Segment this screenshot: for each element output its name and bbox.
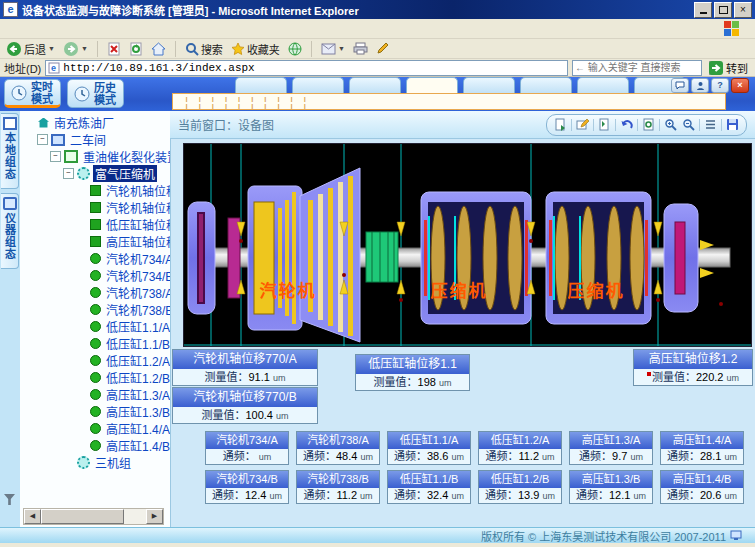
subnav-item[interactable] [259,95,272,109]
tree-item[interactable]: − 汽轮机738/A [20,284,170,301]
vertical-tab-local-config[interactable]: 本地组态 [1,113,19,189]
nav-tab[interactable] [520,77,572,94]
favorites-button[interactable]: 收藏夹 [229,41,282,57]
scroll-right-icon[interactable]: ▶ [146,509,163,524]
scrollbar-thumb[interactable] [41,509,124,524]
tree-item[interactable]: − 汽轮机734/A [20,250,170,267]
filter-funnel-icon[interactable] [4,494,15,505]
channel-name[interactable]: 低压缸1.2/A [479,432,561,449]
subnav-item[interactable] [246,95,259,109]
channel-name[interactable]: 汽轮机734/B [206,471,288,488]
save-icon[interactable] [725,117,740,132]
list-icon[interactable] [703,117,718,132]
keyword-input[interactable] [573,62,709,74]
zoom-in-icon[interactable] [663,117,678,132]
subnav-item[interactable] [193,95,206,109]
channel-name[interactable]: 高压缸1.4/B [661,471,743,488]
probe-name[interactable]: 汽轮机轴位移770/B [173,388,317,407]
export-icon[interactable] [597,117,612,132]
minimize-button[interactable] [694,2,712,18]
home-button[interactable] [149,42,168,56]
channel-name[interactable]: 汽轮机738/B [297,471,379,488]
channel-name[interactable]: 低压缸1.1/B [388,471,470,488]
subnav-item[interactable] [206,95,219,109]
tree-item[interactable]: − 汽轮机738/B [20,301,170,318]
channel-value: 通频：32.4 um [388,488,470,503]
tree-item[interactable]: − 低压缸1.2/A [20,352,170,369]
back-button[interactable]: 后退▼ [4,41,57,57]
subnav-item[interactable] [285,95,298,109]
go-button[interactable]: 转到 [706,60,751,76]
nav-tab[interactable] [577,77,629,94]
channel-name[interactable]: 低压缸1.1/A [388,432,470,449]
tree-expander-icon[interactable]: − [50,151,61,162]
tree-item[interactable]: − 高压缸1.4/A [20,420,170,437]
tree-item[interactable]: − 低压缸轴位移1.1 [20,216,170,233]
nav-tab[interactable] [235,77,287,94]
tree-horizontal-scrollbar[interactable]: ◀ ▶ [23,508,164,525]
tree-item[interactable]: − 汽轮机轴位移770/B [20,199,170,216]
tree-item[interactable]: − 三机组 [20,454,170,471]
zoom-out-icon[interactable] [681,117,696,132]
restore-button[interactable] [714,2,732,18]
mode-button[interactable]: 实时模式 [4,79,61,108]
tree-item[interactable]: − 南充炼油厂 [20,114,170,131]
nav-tab[interactable] [349,77,401,94]
address-input[interactable] [63,62,565,74]
subnav-item[interactable] [180,95,193,109]
tree-item[interactable]: − 富气压缩机 [20,165,170,182]
vertical-tab-instrument-config[interactable]: 仪器组态 [1,193,19,269]
tree-item[interactable]: − 二车间 [20,131,170,148]
annotate-icon[interactable] [575,117,590,132]
tree-item[interactable]: − 汽轮机734/B [20,267,170,284]
refresh-button[interactable] [127,42,145,56]
user-icon[interactable] [691,78,709,93]
mail-button[interactable]: ▼ [319,43,347,55]
tree-item[interactable]: − 汽轮机轴位移770/A [20,182,170,199]
subnav-item[interactable] [233,95,246,109]
tree-item[interactable]: − 高压缸1.3/A [20,386,170,403]
mode-button[interactable]: 历史模式 [67,79,124,108]
channel-box: 高压缸1.3/B 通频：12.1 um [569,470,653,504]
nav-tab[interactable] [292,77,344,94]
search-button[interactable]: 搜索 [183,41,225,57]
tree-item[interactable]: − 低压缸1.1/A [20,318,170,335]
close-button[interactable]: × [734,2,752,18]
tree-item[interactable]: − 低压缸1.1/B [20,335,170,352]
forward-button[interactable]: ▼ [61,41,90,57]
probe-value: 测量值：198 um [356,374,469,390]
undo-icon[interactable] [619,117,634,132]
tree-item[interactable]: − 高压缸1.4/B [20,437,170,454]
print-button[interactable] [351,42,370,55]
tree-item[interactable]: − 低压缸1.2/B [20,369,170,386]
pencil-icon [376,42,389,55]
channel-name[interactable]: 汽轮机734/A [206,432,288,449]
stop-button[interactable] [105,42,123,56]
nav-tab[interactable] [463,77,515,94]
channel-name[interactable]: 高压缸1.4/A [661,432,743,449]
channel-name[interactable]: 汽轮机738/A [297,432,379,449]
tree-expander-icon[interactable]: − [37,134,48,145]
subnav-item[interactable] [272,95,285,109]
tree-item[interactable]: − 重油催化裂化装置 [20,148,170,165]
report-icon[interactable] [553,117,568,132]
channel-name[interactable]: 低压缸1.2/B [479,471,561,488]
probe-name[interactable]: 低压缸轴位移1.1 [356,355,469,374]
probe-name[interactable]: 高压缸轴位移1.2 [634,350,752,369]
message-icon[interactable] [671,78,689,93]
tree-expander-icon[interactable]: − [63,168,74,179]
tree-item[interactable]: − 高压缸轴位移1.2 [20,233,170,250]
media-button[interactable] [286,42,304,56]
tree-item[interactable]: − 高压缸1.3/B [20,403,170,420]
nav-tab[interactable] [406,77,458,94]
subnav-item[interactable] [298,95,311,109]
probe-name[interactable]: 汽轮机轴位移770/A [173,350,317,369]
scroll-left-icon[interactable]: ◀ [24,509,41,524]
help-icon[interactable]: ? [711,78,729,93]
logout-icon[interactable]: × [731,78,749,93]
channel-name[interactable]: 高压缸1.3/A [570,432,652,449]
refresh-page-icon[interactable] [641,117,656,132]
edit-button[interactable] [374,42,391,55]
subnav-item[interactable] [219,95,232,109]
channel-name[interactable]: 高压缸1.3/B [570,471,652,488]
